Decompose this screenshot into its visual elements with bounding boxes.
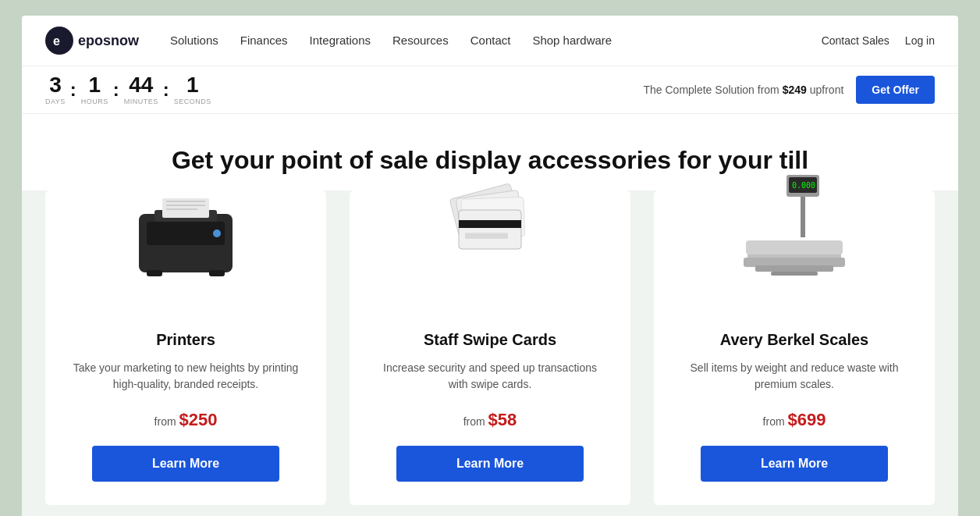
product-card-printers: Printers Take your marketing to new heig… <box>45 190 326 505</box>
svg-rect-15 <box>459 210 521 249</box>
timer-hours-label: HOURS <box>81 98 108 105</box>
product-name-scales: Avery Berkel Scales <box>677 331 911 349</box>
svg-text:0.000: 0.000 <box>792 181 815 190</box>
timer-minutes-value: 44 <box>129 74 153 96</box>
learn-more-button-swipe-cards[interactable]: Learn More <box>396 446 584 482</box>
nav-item-contact[interactable]: Contact <box>470 34 511 48</box>
navbar-right: Contact Sales Log in <box>822 34 935 47</box>
product-price-swipe-cards: from $58 <box>373 410 607 430</box>
product-card-swipe-cards: Staff Swipe Cards Increase security and … <box>350 190 630 505</box>
product-desc-printers: Take your marketing to new heights by pr… <box>69 360 303 397</box>
svg-rect-28 <box>771 272 818 276</box>
timer-hours: 1 HOURS <box>81 74 108 105</box>
svg-rect-11 <box>209 270 225 276</box>
product-name-printers: Printers <box>69 331 303 349</box>
timer-promo-price: $249 <box>783 84 807 96</box>
svg-rect-6 <box>166 201 205 202</box>
svg-rect-17 <box>465 233 508 239</box>
product-price-scales: from $699 <box>677 410 911 430</box>
main-container: e eposnow Solutions Finances Integration… <box>22 16 958 516</box>
product-image-scales: 0.000 <box>716 159 872 300</box>
product-card-content-swipe-cards: Staff Swipe Cards Increase security and … <box>350 323 630 482</box>
logo[interactable]: e eposnow <box>45 27 139 55</box>
nav-links: Solutions Finances Integrations Resource… <box>170 34 612 48</box>
timer-days-label: DAYS <box>45 98 66 105</box>
page-wrapper: e eposnow Solutions Finances Integration… <box>0 0 980 516</box>
login-link[interactable]: Log in <box>905 34 935 47</box>
timer-minutes: 44 MINUTES <box>124 74 158 105</box>
product-card-content-printers: Printers Take your marketing to new heig… <box>45 323 326 482</box>
timer-seconds-value: 1 <box>186 74 199 96</box>
learn-more-button-printers[interactable]: Learn More <box>92 446 279 482</box>
timer-seconds-label: SECONDS <box>174 98 211 105</box>
logo-icon: e <box>45 27 73 55</box>
nav-item-resources[interactable]: Resources <box>392 34 449 48</box>
timer-promo: The Complete Solution from $249 upfront … <box>643 76 935 104</box>
price-amount-scales: $699 <box>787 410 826 429</box>
learn-more-button-scales[interactable]: Learn More <box>701 446 888 482</box>
product-image-swipe-cards <box>420 159 560 300</box>
timer-days: 3 DAYS <box>45 74 66 105</box>
nav-item-integrations[interactable]: Integrations <box>310 34 371 48</box>
countdown-timer: 3 DAYS : 1 HOURS : 44 MINUTES : 1 SECOND… <box>45 74 211 105</box>
timer-colon-2: : <box>112 79 121 101</box>
price-amount-swipe-cards: $58 <box>488 410 517 429</box>
nav-item-shop-hardware[interactable]: Shop hardware <box>532 34 612 48</box>
navbar-left: e eposnow Solutions Finances Integration… <box>45 27 612 55</box>
product-desc-scales: Sell items by weight and reduce waste wi… <box>677 360 911 397</box>
svg-rect-27 <box>755 265 833 272</box>
svg-rect-7 <box>166 205 205 206</box>
timer-colon-1: : <box>69 79 78 101</box>
timer-days-value: 3 <box>49 74 62 96</box>
svg-rect-16 <box>459 220 521 228</box>
nav-item-solutions[interactable]: Solutions <box>170 34 218 48</box>
timer-bar: 3 DAYS : 1 HOURS : 44 MINUTES : 1 SECOND… <box>22 66 958 114</box>
svg-rect-10 <box>147 270 162 276</box>
svg-rect-26 <box>746 240 843 254</box>
product-card-content-scales: Avery Berkel Scales Sell items by weight… <box>654 323 935 482</box>
logo-text: eposnow <box>78 33 139 49</box>
nav-item-finances[interactable]: Finances <box>240 34 288 48</box>
navbar: e eposnow Solutions Finances Integration… <box>22 16 958 66</box>
product-desc-swipe-cards: Increase security and speed up transacti… <box>373 360 607 397</box>
timer-seconds: 1 SECONDS <box>174 74 211 105</box>
svg-rect-8 <box>166 208 197 210</box>
timer-promo-text: The Complete Solution from $249 upfront <box>643 84 843 96</box>
product-name-swipe-cards: Staff Swipe Cards <box>373 331 607 349</box>
product-card-scales: 0.000 Avery Berkel Scales <box>654 190 935 505</box>
timer-hours-value: 1 <box>89 74 101 96</box>
svg-text:e: e <box>53 34 60 48</box>
price-amount-printers: $250 <box>179 410 217 429</box>
timer-colon-3: : <box>162 79 171 101</box>
product-image-printers <box>115 159 256 300</box>
get-offer-button[interactable]: Get Offer <box>856 76 935 104</box>
svg-point-9 <box>213 230 221 237</box>
contact-sales-link[interactable]: Contact Sales <box>822 34 889 47</box>
products-grid: Printers Take your marketing to new heig… <box>45 190 935 505</box>
product-price-printers: from $250 <box>69 410 303 430</box>
timer-minutes-label: MINUTES <box>124 98 158 105</box>
products-section: Printers Take your marketing to new heig… <box>22 190 958 516</box>
